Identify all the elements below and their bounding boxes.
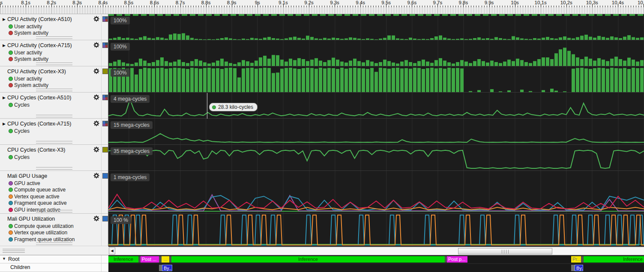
chart-lane-cpu-cycles-cortex-x3[interactable]: 35 mega-cycles: [108, 145, 644, 171]
legend-dot-icon: [9, 194, 13, 199]
series-color-chip-icon[interactable]: [102, 121, 108, 126]
row-resize-handle[interactable]: [36, 89, 72, 91]
sidebar-row-cpu-cycles-cortex-a510[interactable]: ▶CPU Cycles (Cortex-A510)Cycles: [0, 93, 108, 119]
row-resize-handle[interactable]: [36, 36, 72, 39]
row-resize-handle[interactable]: [36, 115, 72, 117]
series-color-chip-icon[interactable]: [102, 16, 108, 22]
trace-children-lane[interactable]: By...By...: [108, 263, 644, 272]
legend-label: Fragment queue utilization: [14, 236, 75, 242]
trace-segment-post-p[interactable]: Post p...: [447, 256, 467, 263]
chart-lane-cpu-activity-cortex-x3[interactable]: 100%: [108, 66, 644, 93]
trace-segment-by[interactable]: By...: [162, 265, 172, 271]
chart-lane-cpu-activity-cortex-a510[interactable]: 100%: [108, 14, 644, 40]
legend-label: Compute queue active: [14, 187, 66, 193]
legend-list: Cycles: [0, 102, 108, 108]
series-color-chip-icon[interactable]: [102, 95, 108, 100]
legend-item: User activity: [0, 76, 108, 82]
expand-arrow-icon[interactable]: ▶: [3, 96, 6, 100]
expand-arrow-icon[interactable]: ▶: [3, 122, 6, 126]
chart-lane-mali-gpu-usage[interactable]: 1 mega-cycles: [108, 171, 644, 214]
chart-title: CPU Cycles (Cortex-X3): [7, 147, 65, 153]
ruler-label: 8.5s: [124, 0, 134, 5]
ruler-label: 9.5s: [381, 0, 391, 5]
series-color-chip-icon[interactable]: [102, 69, 108, 74]
sidebar-row-cpu-activity-cortex-a715[interactable]: ▶CPU Activity (Cortex-A715)User activity…: [0, 40, 108, 66]
sidebar-row-cpu-cycles-cortex-a715[interactable]: ▶CPU Cycles (Cortex-A715)Cycles: [0, 119, 108, 145]
ruler-label: 9.3s: [330, 0, 339, 5]
row-resize-handle[interactable]: [36, 210, 72, 212]
ruler-label: 8s: [0, 0, 3, 5]
sidebar-row-mali-gpu-utilization[interactable]: Mali GPU UtilizationCompute queue utiliz…: [0, 214, 108, 246]
horizontal-scrollbar-row: ◀: [0, 247, 644, 255]
settings-gear-icon[interactable]: [93, 42, 99, 48]
chart-title: Mali GPU Utilization: [7, 216, 55, 222]
chart-canvas: [108, 66, 644, 93]
chart-legend-sidebar: ▶CPU Activity (Cortex-A510)User activity…: [0, 14, 108, 246]
ruler-label: 9.6s: [407, 0, 416, 5]
series-color-chip-icon[interactable]: [102, 42, 108, 48]
sidebar-row-cpu-activity-cortex-x3[interactable]: CPU Activity (Cortex-X3)User activitySys…: [0, 66, 108, 93]
sidebar-row-cpu-cycles-cortex-x3[interactable]: CPU Cycles (Cortex-X3)Cycles: [0, 145, 108, 171]
legend-dot-icon: [9, 181, 13, 185]
ruler-label: 8.1s: [21, 0, 30, 5]
ruler-label: 9.7s: [433, 0, 443, 5]
scrollbar-thumb[interactable]: [458, 248, 552, 254]
row-resize-handle[interactable]: [36, 141, 72, 143]
series-color-chip-icon[interactable]: [102, 147, 108, 152]
settings-gear-icon[interactable]: [93, 215, 99, 221]
trace-segment-pr[interactable]: Pr...: [571, 256, 581, 263]
trace-root-lane[interactable]: InferencePost ......InferencePost p...Pr…: [108, 255, 644, 263]
trace-segment-gap[interactable]: [159, 265, 162, 271]
settings-gear-icon[interactable]: [93, 68, 99, 74]
time-ruler-minor-band[interactable]: [0, 7, 644, 14]
row-resize-handle[interactable]: [36, 63, 72, 65]
scrollbar-track[interactable]: [115, 247, 644, 254]
legend-label: Fragment queue active: [14, 200, 67, 206]
settings-gear-icon[interactable]: [93, 173, 99, 179]
settings-gear-icon[interactable]: [93, 16, 99, 22]
chart-lane-cpu-cycles-cortex-a715[interactable]: 15 mega-cycles: [108, 119, 644, 145]
trace-segment-inference[interactable]: Inference: [108, 256, 138, 263]
row-resize-handle[interactable]: [36, 242, 72, 245]
legend-item: Fragment queue active: [0, 200, 108, 206]
trace-row-children-header[interactable]: Children: [0, 263, 108, 272]
trace-segment-[interactable]: ...: [162, 256, 169, 263]
sidebar-row-cpu-activity-cortex-a510[interactable]: ▶CPU Activity (Cortex-A510)User activity…: [0, 14, 108, 40]
trace-row-root-header[interactable]: ▼ Root: [0, 255, 108, 263]
tooltip-text: 28.3 kilo-cycles: [218, 104, 253, 110]
sidebar-row-mali-gpu-usage[interactable]: Mali GPU UsageGPU activeCompute queue ac…: [0, 171, 108, 214]
legend-item: Vertex queue utilization: [0, 230, 108, 236]
trace-segment-inference[interactable]: Inference: [584, 256, 644, 263]
trace-row-children: Children By...By...: [0, 263, 644, 272]
time-ruler[interactable]: 8s8.1s8.2s8.3s8.4s8.5s8.6s8.7s8.8s8.9s9s…: [0, 0, 644, 7]
legend-item: Cycles: [0, 154, 108, 161]
ruler-label: 8.7s: [176, 0, 185, 5]
series-color-chip-icon[interactable]: [102, 216, 108, 221]
trace-segment-gap[interactable]: [571, 265, 575, 271]
series-color-chip-icon[interactable]: [102, 173, 108, 179]
ruler-label: 8.9s: [227, 0, 237, 5]
chart-canvas: [108, 214, 644, 246]
pane-resize-handle[interactable]: [3, 249, 25, 253]
tooltip: 28.3 kilo-cycles: [209, 103, 258, 111]
ruler-label: 10s: [511, 0, 519, 5]
trace-segment-post[interactable]: Post ...: [141, 256, 159, 263]
collapse-arrow-icon[interactable]: ▼: [2, 257, 6, 261]
ruler-label: 8.6s: [150, 0, 159, 5]
chart-lane-cpu-activity-cortex-a715[interactable]: 100%: [108, 40, 644, 66]
settings-gear-icon[interactable]: [93, 120, 99, 126]
chart-lanes[interactable]: 100%100%100%4 mega-cycles15 mega-cycles3…: [108, 14, 644, 247]
chart-lane-cpu-cycles-cortex-a510[interactable]: 4 mega-cycles: [108, 93, 644, 119]
scroll-left-button[interactable]: ◀: [109, 247, 115, 254]
trace-segment-by[interactable]: By...: [575, 265, 583, 271]
expand-arrow-icon[interactable]: ▶: [3, 17, 6, 21]
row-resize-handle[interactable]: [36, 167, 72, 170]
settings-gear-icon[interactable]: [93, 94, 99, 100]
trace-segment-inference[interactable]: Inference: [171, 256, 445, 263]
expand-arrow-icon[interactable]: ▶: [3, 43, 6, 48]
legend-dot-icon: [9, 201, 13, 205]
chart-lane-mali-gpu-utilization[interactable]: 100 %: [108, 214, 644, 246]
settings-gear-icon[interactable]: [93, 146, 99, 152]
chart-canvas: [108, 93, 644, 119]
legend-item: Cycles: [0, 128, 108, 135]
